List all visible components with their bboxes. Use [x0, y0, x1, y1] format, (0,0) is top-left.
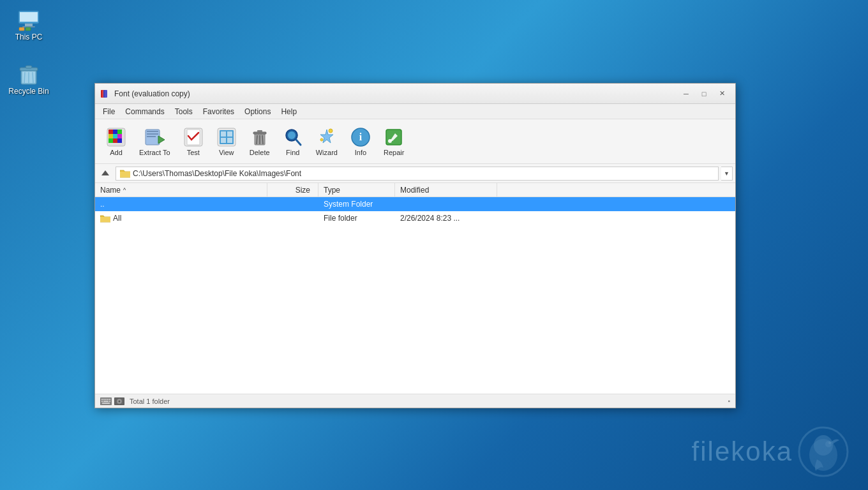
svg-rect-62: [109, 399, 110, 400]
maximize-button[interactable]: □: [696, 87, 712, 101]
col-header-name[interactable]: Name ^: [95, 183, 267, 197]
desktop-icon-this-pc[interactable]: This PC: [3, 3, 54, 45]
menu-commands[interactable]: Commands: [120, 106, 169, 117]
svg-point-51: [320, 138, 323, 141]
watermark-logo: [798, 426, 849, 477]
svg-line-48: [296, 140, 301, 145]
info-label: Info: [355, 149, 366, 156]
menu-tools[interactable]: Tools: [170, 106, 198, 117]
desktop: This PC Recycle Bin: [0, 0, 868, 490]
watermark-text: filekoka: [692, 436, 793, 467]
file-modified-all: 2/26/2024 8:23 ...: [395, 214, 497, 223]
delete-label: Delete: [250, 149, 270, 156]
address-folder-icon: [120, 168, 130, 179]
status-icons: [100, 397, 124, 405]
svg-line-10: [24, 72, 25, 83]
toolbar: Add Extract To: [95, 119, 735, 164]
find-button[interactable]: Find: [277, 124, 309, 160]
svg-rect-24: [108, 138, 113, 143]
navigate-up-button[interactable]: [98, 166, 113, 181]
address-path[interactable]: C:\Users\Thomas\Desktop\File Koka\Images…: [116, 167, 719, 181]
menu-favorites[interactable]: Favorites: [198, 106, 239, 117]
svg-rect-4: [19, 27, 24, 31]
minimize-button[interactable]: ─: [678, 87, 694, 101]
svg-line-12: [33, 72, 33, 83]
address-bar: C:\Users\Thomas\Desktop\File Koka\Images…: [95, 164, 735, 183]
test-button[interactable]: Test: [177, 124, 209, 160]
media-icon: [114, 397, 124, 405]
menu-file[interactable]: File: [98, 106, 120, 117]
svg-rect-63: [101, 401, 103, 402]
repair-button[interactable]: Repair: [378, 124, 410, 160]
svg-line-43: [257, 135, 257, 144]
add-button[interactable]: Add: [100, 124, 132, 160]
extract-icon: [144, 127, 165, 147]
winrar-window: Font (evaluation copy) ─ □ ✕ File Comman…: [94, 83, 736, 408]
svg-rect-42: [257, 130, 262, 132]
test-label: Test: [187, 149, 200, 156]
address-dropdown-button[interactable]: ▼: [721, 167, 733, 181]
svg-marker-56: [101, 170, 109, 175]
recycle-bin-icon: [16, 61, 41, 87]
svg-rect-9: [26, 66, 32, 68]
svg-rect-58: [101, 399, 103, 400]
wizard-button[interactable]: Wizard: [310, 124, 343, 160]
svg-rect-21: [108, 134, 113, 138]
status-text: Total 1 folder: [130, 397, 170, 405]
repair-icon: [384, 127, 404, 147]
status-end: ▪: [728, 397, 730, 405]
view-label: View: [219, 149, 234, 156]
table-row[interactable]: .. System Folder: [95, 197, 735, 211]
svg-rect-37: [227, 131, 232, 137]
recycle-bin-label: Recycle Bin: [8, 87, 49, 96]
svg-rect-16: [105, 90, 107, 98]
address-text: C:\Users\Thomas\Desktop\File Koka\Images…: [133, 169, 301, 178]
svg-rect-1: [20, 12, 38, 22]
col-header-type[interactable]: Type: [318, 183, 395, 197]
info-button[interactable]: i Info: [345, 124, 377, 160]
svg-rect-20: [117, 130, 122, 134]
svg-rect-64: [103, 401, 108, 402]
desktop-icon-recycle-bin[interactable]: Recycle Bin: [3, 57, 54, 100]
folder-icon: [100, 214, 110, 223]
menu-help[interactable]: Help: [276, 106, 302, 117]
sort-arrow: ^: [123, 187, 126, 193]
window-controls: ─ □ ✕: [678, 87, 730, 101]
file-type-all: File folder: [318, 214, 395, 223]
delete-button[interactable]: Delete: [244, 124, 276, 160]
svg-point-74: [828, 442, 831, 444]
wizard-label: Wizard: [316, 149, 338, 156]
close-button[interactable]: ✕: [714, 87, 730, 101]
svg-point-50: [329, 129, 333, 133]
svg-rect-66: [102, 403, 110, 404]
info-icon: i: [350, 127, 371, 147]
view-icon: [216, 127, 237, 147]
svg-rect-65: [109, 401, 110, 402]
svg-marker-31: [158, 136, 165, 144]
this-pc-icon: [16, 7, 41, 33]
up-arrow-icon: [101, 169, 110, 178]
status-bar: Total 1 folder ▪: [95, 394, 735, 408]
col-header-modified[interactable]: Modified: [395, 183, 497, 197]
svg-rect-38: [221, 138, 226, 143]
view-button[interactable]: View: [211, 124, 243, 160]
svg-rect-22: [113, 134, 117, 138]
menu-options[interactable]: Options: [239, 106, 276, 117]
file-type-parent: System Folder: [318, 200, 395, 209]
add-icon: [106, 127, 126, 147]
svg-rect-28: [147, 131, 158, 132]
menu-bar: File Commands Tools Favorites Options He…: [95, 104, 735, 119]
svg-rect-3: [22, 26, 35, 27]
svg-rect-5: [26, 27, 31, 31]
window-title: Font (evaluation copy): [114, 89, 678, 98]
test-icon: [183, 127, 204, 147]
column-headers: Name ^ Size Type Modified: [95, 183, 735, 197]
repair-label: Repair: [384, 149, 404, 156]
svg-point-47: [288, 131, 296, 139]
this-pc-label: This PC: [15, 33, 43, 41]
col-header-size[interactable]: Size: [267, 183, 318, 197]
file-list-container: Name ^ Size Type Modified: [95, 183, 735, 394]
svg-rect-23: [117, 134, 122, 138]
table-row[interactable]: All File folder 2/26/2024 8:23 ...: [95, 211, 735, 225]
extract-to-button[interactable]: Extract To: [133, 124, 176, 160]
